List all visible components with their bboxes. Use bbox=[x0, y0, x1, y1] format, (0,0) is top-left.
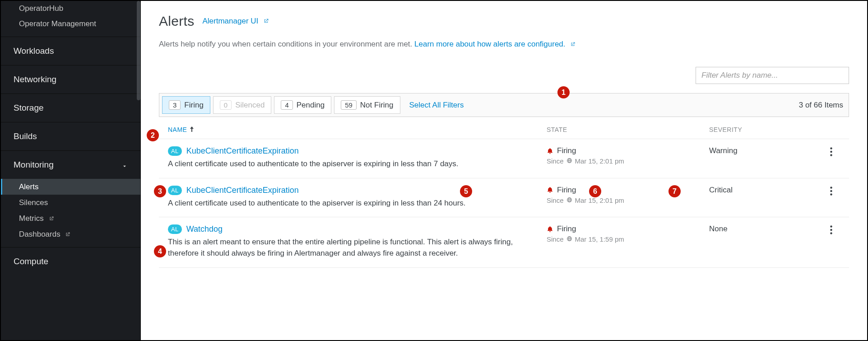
state-text: Firing bbox=[557, 224, 576, 234]
svg-point-5 bbox=[830, 193, 832, 195]
annotation-7: 7 bbox=[668, 185, 681, 197]
alert-description: This is an alert meant to ensure that th… bbox=[168, 237, 533, 259]
sidebar-item-silences[interactable]: Silences bbox=[1, 195, 140, 210]
alert-name-link[interactable]: Watchdog bbox=[186, 224, 223, 234]
filter-chip-silenced[interactable]: 0 Silenced bbox=[213, 96, 272, 114]
column-header-state[interactable]: STATE bbox=[547, 126, 709, 133]
annotation-4: 4 bbox=[154, 245, 166, 257]
sidebar-item-label: Operator Management bbox=[19, 19, 96, 28]
filter-label: Not Firing bbox=[360, 101, 394, 110]
annotation-5: 5 bbox=[460, 185, 472, 197]
annotation-2: 2 bbox=[147, 129, 159, 141]
alertmanager-ui-link[interactable]: Alertmanager UI bbox=[203, 17, 269, 26]
sidebar: OperatorHub Operator Management Workload… bbox=[1, 1, 141, 340]
table-row: AL KubeClientCertificateExpiration A cli… bbox=[159, 178, 849, 217]
svg-point-3 bbox=[830, 187, 832, 188]
chevron-down-icon bbox=[121, 162, 128, 168]
bell-icon bbox=[547, 226, 553, 233]
filter-count: 59 bbox=[341, 100, 357, 110]
help-text-prefix: Alerts help notify you when certain cond… bbox=[159, 40, 414, 48]
sidebar-item-metrics[interactable]: Metrics bbox=[1, 210, 140, 226]
alert-description: A client certificate used to authenticat… bbox=[168, 159, 533, 170]
sidebar-item-label: OperatorHub bbox=[19, 4, 63, 13]
alert-name-link[interactable]: KubeClientCertificateExpiration bbox=[186, 146, 299, 156]
since-label: Since bbox=[547, 157, 564, 165]
scrollbar-thumb[interactable] bbox=[137, 1, 140, 100]
filter-label: Silenced bbox=[235, 101, 265, 110]
external-link-icon bbox=[570, 40, 576, 49]
row-actions-kebab[interactable] bbox=[817, 146, 845, 156]
resource-badge: AL bbox=[168, 224, 182, 234]
state-text: Firing bbox=[557, 146, 576, 155]
filter-label: Pending bbox=[297, 101, 325, 110]
filter-chip-not-firing[interactable]: 59 Not Firing bbox=[334, 96, 400, 114]
sidebar-item-workloads[interactable]: Workloads bbox=[1, 37, 140, 65]
sidebar-item-label: Builds bbox=[14, 131, 37, 141]
sidebar-item-storage[interactable]: Storage bbox=[1, 94, 140, 122]
filter-chip-firing[interactable]: 3 Firing bbox=[162, 96, 210, 114]
svg-point-6 bbox=[830, 226, 832, 228]
since-time: Mar 15, 2:01 pm bbox=[575, 157, 624, 165]
svg-point-7 bbox=[830, 229, 832, 231]
since-time: Mar 15, 2:01 pm bbox=[575, 196, 624, 204]
severity-text: Critical bbox=[709, 186, 817, 195]
globe-icon bbox=[566, 196, 572, 204]
page-title: Alerts bbox=[159, 14, 195, 29]
svg-point-1 bbox=[830, 151, 832, 153]
learn-more-link[interactable]: Learn more about how alerts are configur… bbox=[414, 40, 576, 48]
filter-count: 0 bbox=[220, 100, 232, 110]
globe-icon bbox=[566, 157, 572, 165]
annotation-3: 3 bbox=[154, 185, 166, 197]
select-all-filters-link[interactable]: Select All Filters bbox=[409, 101, 464, 110]
sidebar-item-builds[interactable]: Builds bbox=[1, 122, 140, 150]
sort-asc-icon bbox=[190, 126, 194, 133]
filter-chip-pending[interactable]: 4 Pending bbox=[274, 96, 331, 114]
help-text: Alerts help notify you when certain cond… bbox=[159, 40, 849, 49]
row-actions-kebab[interactable] bbox=[817, 186, 845, 196]
annotation-1: 1 bbox=[557, 86, 570, 98]
sidebar-item-operator-management[interactable]: Operator Management bbox=[1, 16, 140, 37]
bell-icon bbox=[547, 187, 553, 193]
external-link-icon bbox=[263, 17, 269, 26]
column-header-name[interactable]: NAME bbox=[168, 126, 547, 133]
filter-input[interactable] bbox=[696, 67, 849, 84]
sidebar-item-operatorhub[interactable]: OperatorHub bbox=[1, 1, 140, 16]
table-row: AL KubeClientCertificateExpiration A cli… bbox=[159, 139, 849, 178]
link-text: Alertmanager UI bbox=[203, 17, 259, 25]
filter-count: 4 bbox=[281, 100, 292, 110]
link-text: Learn more about how alerts are configur… bbox=[414, 40, 566, 48]
sidebar-item-dashboards[interactable]: Dashboards bbox=[1, 226, 140, 247]
sidebar-item-alerts[interactable]: Alerts bbox=[1, 179, 140, 195]
column-label: SEVERITY bbox=[709, 126, 742, 133]
column-header-severity[interactable]: SEVERITY bbox=[709, 126, 817, 133]
item-count: 3 of 66 Items bbox=[799, 101, 843, 110]
alert-name-link[interactable]: KubeClientCertificateExpiration bbox=[186, 186, 299, 195]
filter-bar: 3 Firing 0 Silenced 4 Pending 59 Not Fir… bbox=[159, 93, 849, 117]
external-link-icon bbox=[65, 230, 70, 239]
sidebar-item-label: Dashboards bbox=[19, 230, 60, 238]
severity-text: Warning bbox=[709, 146, 817, 155]
sidebar-item-label: Silences bbox=[19, 198, 48, 207]
sidebar-item-compute[interactable]: Compute bbox=[1, 248, 140, 276]
column-label: NAME bbox=[168, 126, 187, 133]
since-label: Since bbox=[547, 196, 564, 204]
resource-badge: AL bbox=[168, 186, 182, 195]
sidebar-item-networking[interactable]: Networking bbox=[1, 65, 140, 93]
sidebar-item-label: Compute bbox=[14, 257, 48, 266]
main-content: Alerts Alertmanager UI Alerts help notif… bbox=[141, 1, 867, 340]
annotation-6: 6 bbox=[589, 185, 601, 197]
sidebar-item-label: Metrics bbox=[19, 214, 44, 223]
sidebar-item-label: Alerts bbox=[19, 182, 38, 192]
globe-icon bbox=[566, 235, 572, 243]
alert-description: A client certificate used to authenticat… bbox=[168, 198, 533, 209]
svg-point-4 bbox=[830, 190, 832, 192]
since-time: Mar 15, 1:59 pm bbox=[575, 235, 624, 243]
sidebar-item-monitoring[interactable]: Monitoring bbox=[1, 151, 140, 179]
row-actions-kebab[interactable] bbox=[817, 224, 845, 234]
bell-icon bbox=[547, 148, 553, 154]
filter-label: Firing bbox=[184, 101, 204, 110]
sidebar-item-label: Storage bbox=[14, 103, 44, 113]
external-link-icon bbox=[49, 214, 54, 223]
svg-point-0 bbox=[830, 147, 832, 149]
sidebar-item-label: Workloads bbox=[14, 46, 54, 56]
